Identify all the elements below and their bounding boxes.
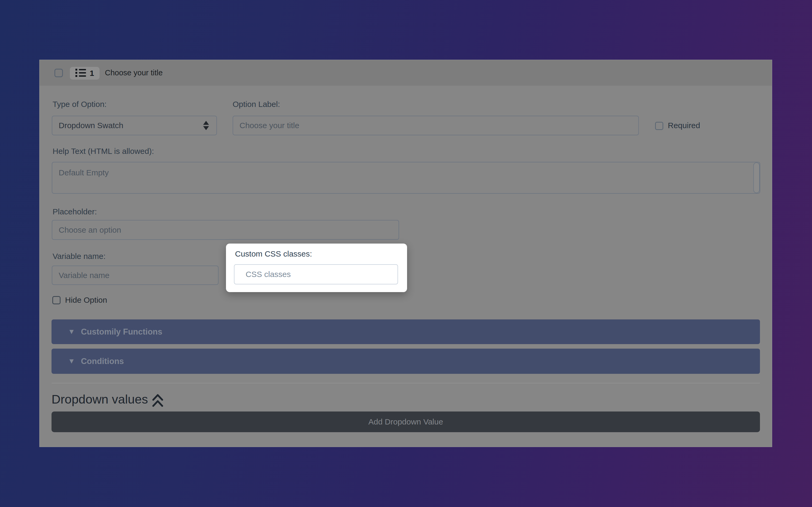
option-select-checkbox[interactable] [54,69,63,77]
placeholder-label: Placeholder: [53,207,97,216]
conditions-section-header[interactable]: ▼ Conditions [52,349,760,374]
dropdown-values-heading-row: Dropdown values [52,391,164,407]
hide-option-label: Hide Option [65,295,107,304]
type-of-option-select[interactable]: Dropdown Swatch [52,116,217,135]
option-label-label: Option Label: [233,100,280,109]
hide-option-checkbox[interactable] [52,296,60,304]
required-checkbox[interactable] [655,122,663,130]
required-label: Required [668,121,700,130]
list-icon [75,68,86,78]
textarea-scrollbar[interactable] [753,162,760,193]
option-header: 1 Choose your title [40,60,772,86]
custom-css-input[interactable] [234,264,398,284]
customily-functions-label: Customily Functions [81,327,162,337]
placeholder-input[interactable] [52,220,399,240]
collapse-triangle-icon: ▼ [68,358,75,365]
variable-name-input[interactable] [52,266,218,285]
option-editor-panel: 1 Choose your title Type of Option: Drop… [39,60,772,447]
conditions-label: Conditions [81,356,124,366]
option-index-number: 1 [90,69,94,78]
option-label-input[interactable] [233,116,639,135]
custom-css-label: Custom CSS classes: [235,249,312,259]
help-text-textarea[interactable] [52,162,760,194]
select-caret-icon [203,121,209,130]
type-of-option-value: Dropdown Swatch [59,121,123,130]
option-index-badge[interactable]: 1 [70,67,100,79]
collapse-triangle-icon: ▼ [68,328,75,335]
add-dropdown-value-button[interactable]: Add Dropdown Value [52,411,760,432]
type-of-option-label: Type of Option: [53,100,106,109]
dropdown-values-heading: Dropdown values [52,392,148,406]
help-text-label: Help Text (HTML is allowed): [53,147,154,156]
option-header-title: Choose your title [105,60,163,86]
app-background: { "header": { "badge_count": "1", "title… [0,0,812,507]
variable-name-label: Variable name: [53,252,106,261]
section-divider [52,383,760,383]
customily-functions-section-header[interactable]: ▼ Customily Functions [52,320,760,344]
chevrons-up-icon[interactable] [152,393,164,407]
custom-css-spotlight-card: Custom CSS classes: [226,243,407,292]
